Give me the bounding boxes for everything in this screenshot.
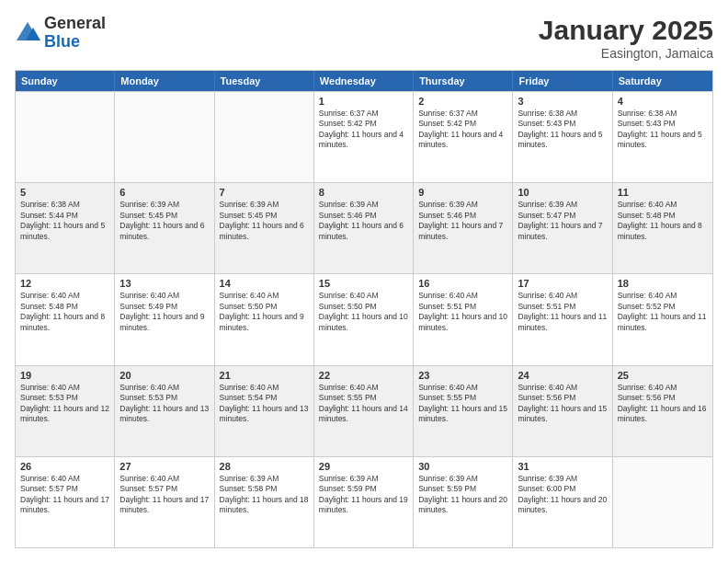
header-saturday: Saturday <box>613 71 712 91</box>
day-info: Sunrise: 6:40 AM Sunset: 5:54 PM Dayligh… <box>220 383 309 425</box>
day-info: Sunrise: 6:40 AM Sunset: 5:52 PM Dayligh… <box>618 291 708 333</box>
day-number: 9 <box>418 187 507 198</box>
day-number: 1 <box>319 96 408 107</box>
day-info: Sunrise: 6:40 AM Sunset: 5:51 PM Dayligh… <box>518 291 607 333</box>
cal-cell-r2-c5: 17Sunrise: 6:40 AM Sunset: 5:51 PM Dayli… <box>513 274 612 364</box>
calendar: Sunday Monday Tuesday Wednesday Thursday… <box>15 70 713 548</box>
day-info: Sunrise: 6:37 AM Sunset: 5:42 PM Dayligh… <box>418 109 507 151</box>
header: General Blue January 2025 Easington, Jam… <box>15 15 713 61</box>
cal-cell-r1-c5: 10Sunrise: 6:39 AM Sunset: 5:47 PM Dayli… <box>513 183 612 273</box>
cal-cell-r2-c1: 13Sunrise: 6:40 AM Sunset: 5:49 PM Dayli… <box>115 274 214 364</box>
cal-cell-r0-c3: 1Sunrise: 6:37 AM Sunset: 5:42 PM Daylig… <box>314 92 414 182</box>
day-number: 30 <box>418 461 507 472</box>
day-number: 31 <box>518 461 607 472</box>
day-number: 17 <box>518 278 607 289</box>
cal-cell-r3-c4: 23Sunrise: 6:40 AM Sunset: 5:55 PM Dayli… <box>414 366 513 456</box>
cal-cell-r3-c1: 20Sunrise: 6:40 AM Sunset: 5:53 PM Dayli… <box>115 366 214 456</box>
day-info: Sunrise: 6:40 AM Sunset: 5:50 PM Dayligh… <box>319 291 408 333</box>
day-info: Sunrise: 6:40 AM Sunset: 5:55 PM Dayligh… <box>418 383 507 425</box>
cal-row-3: 19Sunrise: 6:40 AM Sunset: 5:53 PM Dayli… <box>16 365 712 456</box>
cal-cell-r0-c5: 3Sunrise: 6:38 AM Sunset: 5:43 PM Daylig… <box>513 92 612 182</box>
header-wednesday: Wednesday <box>314 71 414 91</box>
day-number: 20 <box>119 370 209 381</box>
day-info: Sunrise: 6:39 AM Sunset: 5:58 PM Dayligh… <box>220 474 309 516</box>
day-info: Sunrise: 6:40 AM Sunset: 5:51 PM Dayligh… <box>418 291 507 333</box>
day-info: Sunrise: 6:39 AM Sunset: 5:59 PM Dayligh… <box>418 474 507 516</box>
cal-cell-r1-c3: 8Sunrise: 6:39 AM Sunset: 5:46 PM Daylig… <box>314 183 414 273</box>
day-info: Sunrise: 6:39 AM Sunset: 5:46 PM Dayligh… <box>319 200 408 242</box>
day-number: 24 <box>518 370 607 381</box>
day-info: Sunrise: 6:40 AM Sunset: 5:53 PM Dayligh… <box>20 383 109 425</box>
header-monday: Monday <box>115 71 214 91</box>
day-number: 21 <box>220 370 309 381</box>
cal-row-2: 12Sunrise: 6:40 AM Sunset: 5:48 PM Dayli… <box>16 273 712 364</box>
day-info: Sunrise: 6:40 AM Sunset: 5:50 PM Dayligh… <box>220 291 309 333</box>
cal-row-1: 5Sunrise: 6:38 AM Sunset: 5:44 PM Daylig… <box>16 182 712 273</box>
cal-cell-r4-c0: 26Sunrise: 6:40 AM Sunset: 5:57 PM Dayli… <box>16 457 115 547</box>
logo-icon <box>15 20 40 46</box>
day-number: 4 <box>618 96 708 107</box>
logo-blue: Blue <box>44 32 80 51</box>
cal-cell-r2-c6: 18Sunrise: 6:40 AM Sunset: 5:52 PM Dayli… <box>613 274 712 364</box>
cal-cell-r1-c4: 9Sunrise: 6:39 AM Sunset: 5:46 PM Daylig… <box>414 183 513 273</box>
day-number: 26 <box>20 461 109 472</box>
cal-cell-r3-c5: 24Sunrise: 6:40 AM Sunset: 5:56 PM Dayli… <box>513 366 612 456</box>
cal-cell-r1-c1: 6Sunrise: 6:39 AM Sunset: 5:45 PM Daylig… <box>115 183 214 273</box>
day-info: Sunrise: 6:40 AM Sunset: 5:57 PM Dayligh… <box>20 474 109 516</box>
day-number: 5 <box>20 187 109 198</box>
header-friday: Friday <box>513 71 612 91</box>
day-number: 15 <box>319 278 408 289</box>
day-number: 2 <box>418 96 507 107</box>
day-info: Sunrise: 6:38 AM Sunset: 5:43 PM Dayligh… <box>518 109 607 151</box>
day-info: Sunrise: 6:40 AM Sunset: 5:53 PM Dayligh… <box>119 383 209 425</box>
day-number: 28 <box>220 461 309 472</box>
day-info: Sunrise: 6:37 AM Sunset: 5:42 PM Dayligh… <box>319 109 408 151</box>
day-info: Sunrise: 6:38 AM Sunset: 5:43 PM Dayligh… <box>618 109 708 151</box>
cal-cell-r0-c4: 2Sunrise: 6:37 AM Sunset: 5:42 PM Daylig… <box>414 92 513 182</box>
day-info: Sunrise: 6:40 AM Sunset: 5:48 PM Dayligh… <box>20 291 109 333</box>
cal-cell-r4-c4: 30Sunrise: 6:39 AM Sunset: 5:59 PM Dayli… <box>414 457 513 547</box>
day-info: Sunrise: 6:40 AM Sunset: 5:49 PM Dayligh… <box>119 291 209 333</box>
cal-cell-r3-c2: 21Sunrise: 6:40 AM Sunset: 5:54 PM Dayli… <box>215 366 314 456</box>
cal-cell-r4-c1: 27Sunrise: 6:40 AM Sunset: 5:57 PM Dayli… <box>115 457 214 547</box>
cal-cell-r0-c0 <box>16 92 115 182</box>
location: Easington, Jamaica <box>539 46 713 61</box>
day-number: 23 <box>418 370 507 381</box>
logo-text: General Blue <box>44 15 106 52</box>
day-info: Sunrise: 6:40 AM Sunset: 5:56 PM Dayligh… <box>618 383 708 425</box>
cal-cell-r1-c0: 5Sunrise: 6:38 AM Sunset: 5:44 PM Daylig… <box>16 183 115 273</box>
day-number: 19 <box>20 370 109 381</box>
cal-cell-r0-c2 <box>215 92 314 182</box>
day-info: Sunrise: 6:39 AM Sunset: 5:59 PM Dayligh… <box>319 474 408 516</box>
day-number: 3 <box>518 96 607 107</box>
day-number: 29 <box>319 461 408 472</box>
header-thursday: Thursday <box>414 71 513 91</box>
title-block: January 2025 Easington, Jamaica <box>539 15 713 61</box>
header-tuesday: Tuesday <box>215 71 314 91</box>
cal-cell-r2-c3: 15Sunrise: 6:40 AM Sunset: 5:50 PM Dayli… <box>314 274 414 364</box>
cal-row-0: 1Sunrise: 6:37 AM Sunset: 5:42 PM Daylig… <box>16 91 712 182</box>
cal-cell-r4-c5: 31Sunrise: 6:39 AM Sunset: 6:00 PM Dayli… <box>513 457 612 547</box>
header-sunday: Sunday <box>16 71 115 91</box>
page: General Blue January 2025 Easington, Jam… <box>0 0 728 563</box>
day-info: Sunrise: 6:38 AM Sunset: 5:44 PM Dayligh… <box>20 200 109 242</box>
cal-cell-r0-c6: 4Sunrise: 6:38 AM Sunset: 5:43 PM Daylig… <box>613 92 712 182</box>
day-number: 6 <box>119 187 209 198</box>
cal-cell-r1-c6: 11Sunrise: 6:40 AM Sunset: 5:48 PM Dayli… <box>613 183 712 273</box>
cal-cell-r4-c6 <box>613 457 712 547</box>
calendar-body: 1Sunrise: 6:37 AM Sunset: 5:42 PM Daylig… <box>16 91 712 547</box>
logo: General Blue <box>15 15 106 52</box>
month-title: January 2025 <box>539 15 713 46</box>
day-number: 10 <box>518 187 607 198</box>
logo-general: General <box>44 14 106 32</box>
cal-row-4: 26Sunrise: 6:40 AM Sunset: 5:57 PM Dayli… <box>16 456 712 547</box>
cal-cell-r2-c4: 16Sunrise: 6:40 AM Sunset: 5:51 PM Dayli… <box>414 274 513 364</box>
cal-cell-r2-c0: 12Sunrise: 6:40 AM Sunset: 5:48 PM Dayli… <box>16 274 115 364</box>
cal-cell-r0-c1 <box>115 92 214 182</box>
calendar-header: Sunday Monday Tuesday Wednesday Thursday… <box>16 71 712 91</box>
cal-cell-r3-c3: 22Sunrise: 6:40 AM Sunset: 5:55 PM Dayli… <box>314 366 414 456</box>
day-info: Sunrise: 6:40 AM Sunset: 5:57 PM Dayligh… <box>119 474 209 516</box>
day-info: Sunrise: 6:39 AM Sunset: 5:45 PM Dayligh… <box>220 200 309 242</box>
day-number: 22 <box>319 370 408 381</box>
day-number: 27 <box>119 461 209 472</box>
